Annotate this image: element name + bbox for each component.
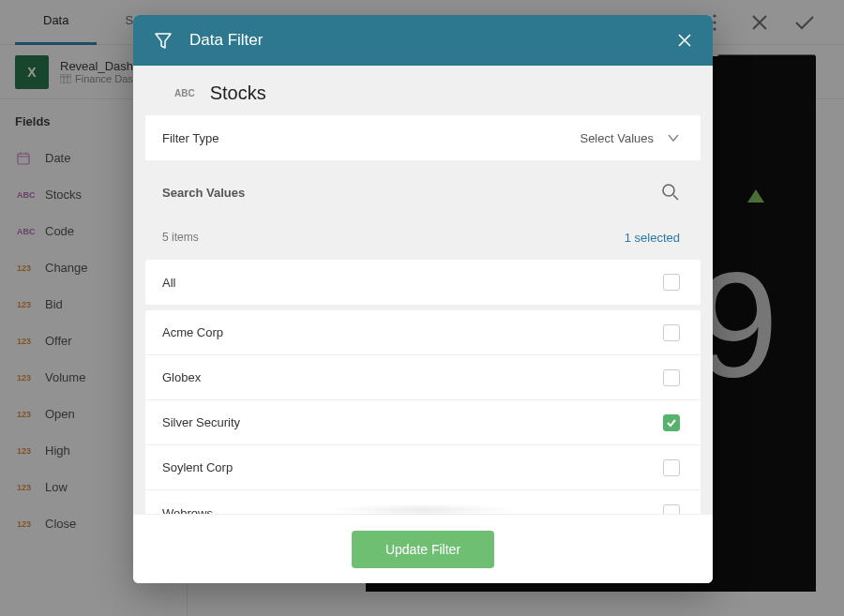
search-icon[interactable]	[661, 183, 680, 202]
checkbox[interactable]	[663, 324, 680, 341]
checkbox[interactable]	[663, 459, 680, 476]
value-label: Soylent Corp	[162, 460, 663, 474]
modal-header: Data Filter	[133, 15, 713, 66]
checkbox[interactable]	[663, 504, 680, 514]
field-name: Stocks	[210, 83, 266, 104]
search-row: Search Values	[145, 170, 701, 215]
value-item[interactable]: Soylent Corp	[145, 445, 701, 490]
chevron-down-icon	[667, 133, 680, 143]
filter-type-row[interactable]: Filter Type Select Values	[145, 115, 701, 160]
modal-title: Data Filter	[189, 31, 660, 50]
svg-point-11	[663, 185, 674, 196]
value-label: Silver Security	[162, 415, 663, 429]
update-filter-button[interactable]: Update Filter	[352, 531, 494, 568]
value-item-all[interactable]: All	[145, 260, 701, 305]
item-count: 5 items	[162, 231, 199, 244]
checkbox[interactable]	[663, 274, 680, 291]
value-item[interactable]: Acme Corp	[145, 310, 701, 355]
modal-body: ABC Stocks Filter Type Select Values Sea…	[133, 66, 713, 514]
value-label: All	[162, 276, 663, 290]
field-type-badge: ABC	[174, 88, 195, 98]
selected-count[interactable]: 1 selected	[625, 231, 680, 245]
checkbox[interactable]	[663, 369, 680, 386]
value-item[interactable]: Silver Security	[145, 400, 701, 445]
modal-footer: Update Filter	[133, 514, 713, 583]
count-row: 5 items 1 selected	[145, 215, 701, 260]
filter-icon	[154, 31, 173, 50]
svg-line-12	[673, 195, 678, 200]
value-item[interactable]: Globex	[145, 355, 701, 400]
search-label: Search Values	[162, 186, 661, 200]
filter-type-label: Filter Type	[162, 131, 580, 145]
close-icon[interactable]	[677, 33, 692, 48]
data-filter-modal: Data Filter ABC Stocks Filter Type Selec…	[133, 15, 713, 583]
checkbox[interactable]	[663, 414, 680, 431]
value-label: Globex	[162, 370, 663, 384]
filter-type-value: Select Values	[580, 131, 654, 145]
value-label: Acme Corp	[162, 325, 663, 339]
